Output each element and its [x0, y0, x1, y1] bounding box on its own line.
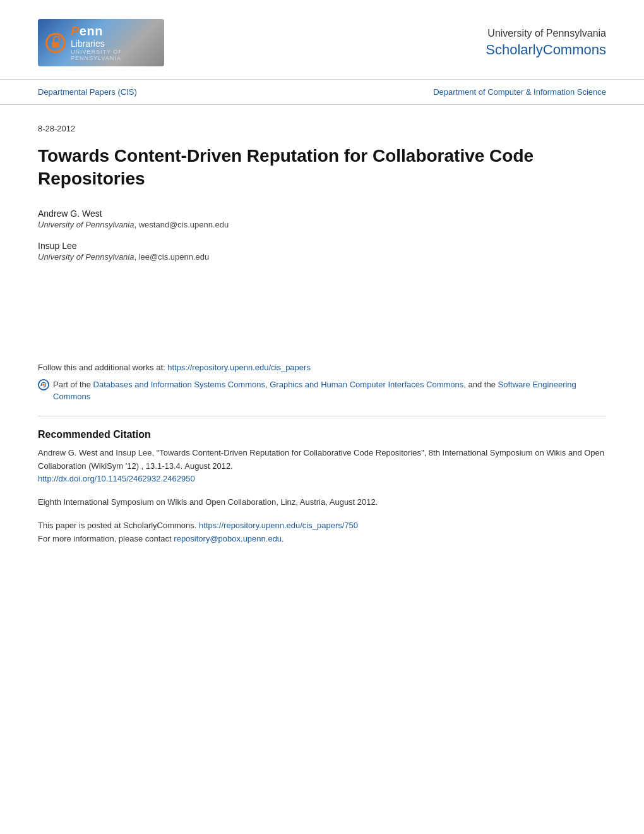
logo-libraries-text: Libraries [71, 39, 157, 49]
logo-text: Penn Libraries UNIVERSITY OF PENNSYLVANI… [71, 24, 157, 61]
databases-link[interactable]: Databases and Information Systems Common… [93, 380, 265, 389]
header-right: University of Pennsylvania ScholarlyComm… [486, 28, 606, 58]
author-2-affiliation: University of Pennsylvania, lee@cis.upen… [38, 252, 606, 262]
graphics-link[interactable]: Graphics and Human Computer Interfaces C… [270, 380, 463, 389]
posted-prefix: This paper is posted at ScholarlyCommons… [38, 521, 199, 530]
author-block-2: Insup Lee University of Pennsylvania, le… [38, 241, 606, 262]
logo-penn-text: Penn [71, 24, 157, 39]
contact-link[interactable]: repository@pobox.upenn.edu [174, 534, 282, 543]
author-2-name: Insup Lee [38, 241, 606, 251]
svg-point-3 [42, 384, 45, 386]
follow-link[interactable]: https://repository.upenn.edu/cis_papers [167, 363, 311, 372]
header: Penn Libraries UNIVERSITY OF PENNSYLVANI… [0, 0, 644, 80]
author-1-name: Andrew G. West [38, 208, 606, 219]
author-block-1: Andrew G. West University of Pennsylvani… [38, 208, 606, 229]
recommended-citation-section: Recommended Citation Andrew G. West and … [38, 429, 606, 546]
contact-prefix: For more information, please contact [38, 534, 174, 543]
nav-bar: Departmental Papers (CIS) Department of … [0, 80, 644, 105]
page-wrapper: Penn Libraries UNIVERSITY OF PENNSYLVANI… [0, 0, 644, 834]
posted-text: This paper is posted at ScholarlyCommons… [38, 519, 606, 546]
svg-rect-1 [52, 42, 59, 47]
open-access-icon [45, 33, 66, 53]
doi-link[interactable]: http://dx.doi.org/10.1145/2462932.246295… [38, 474, 195, 483]
venue-text: Eighth International Symposium on Wikis … [38, 496, 606, 509]
citation-section-title: Recommended Citation [38, 429, 606, 440]
part-of-prefix: Part of the [53, 380, 93, 389]
author-2-comma: , [134, 252, 138, 262]
author-2-email: lee@cis.upenn.edu [139, 252, 210, 262]
posted-link[interactable]: https://repository.upenn.edu/cis_papers/… [199, 521, 358, 530]
part-of-icon [38, 379, 49, 390]
follow-section: Follow this and additional works at: htt… [38, 363, 606, 403]
part-of-line: Part of the Databases and Information Sy… [38, 378, 606, 403]
author-1-institution: University of Pennsylvania [38, 220, 134, 229]
author-1-email: westand@cis.upenn.edu [139, 220, 229, 229]
citation-text-body: Andrew G. West and Insup Lee, "Towards C… [38, 448, 604, 471]
period: . [282, 534, 284, 543]
university-name: University of Pennsylvania [486, 28, 606, 39]
scholarly-commons-title: ScholarlyCommons [486, 42, 606, 58]
nav-department[interactable]: Department of Computer & Information Sci… [433, 87, 606, 97]
penn-libraries-logo: Penn Libraries UNIVERSITY OF PENNSYLVANI… [38, 19, 164, 66]
paper-title: Towards Content-Driven Reputation for Co… [38, 145, 606, 191]
author-1-comma: , [134, 220, 138, 229]
publication-date: 8-28-2012 [38, 124, 606, 133]
nav-departmental-papers[interactable]: Departmental Papers (CIS) [38, 87, 137, 97]
and-text: , and the [463, 380, 498, 389]
follow-text: Follow this and additional works at: htt… [38, 363, 606, 372]
part-of-text: Part of the Databases and Information Sy… [53, 378, 606, 403]
author-2-institution: University of Pennsylvania [38, 252, 134, 262]
author-1-affiliation: University of Pennsylvania, westand@cis.… [38, 220, 606, 229]
follow-prefix: Follow this and additional works at: [38, 363, 167, 372]
main-content: 8-28-2012 Towards Content-Driven Reputat… [0, 105, 644, 565]
section-divider [38, 416, 606, 416]
citation-body: Andrew G. West and Insup Lee, "Towards C… [38, 447, 606, 486]
logo-university-text: UNIVERSITY OF PENNSYLVANIA [71, 49, 157, 61]
